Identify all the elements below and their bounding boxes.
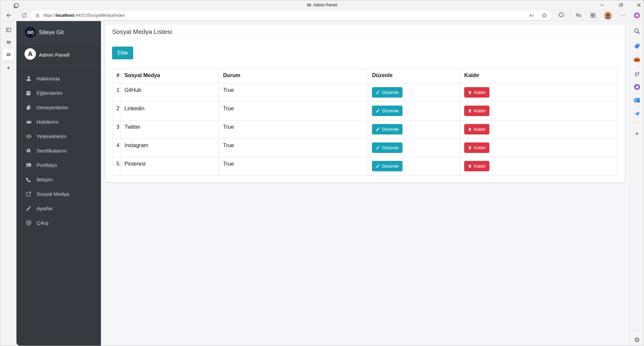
cell-edit: Düzenle bbox=[368, 157, 460, 176]
edit-button-label: Düzenle bbox=[382, 145, 399, 150]
remove-button[interactable]: Kaldır bbox=[464, 106, 489, 116]
sidebar-item-pencil[interactable]: Ayarlar bbox=[16, 201, 101, 216]
m365-icon[interactable] bbox=[633, 82, 641, 91]
sidebar-item-label: Hobilerim bbox=[37, 119, 58, 125]
sidebar-item-user[interactable]: Hakkımda bbox=[16, 71, 101, 86]
col-header-no: # bbox=[112, 69, 120, 83]
outlook-icon[interactable] bbox=[633, 96, 641, 105]
book-icon bbox=[26, 90, 33, 96]
go-logo: GO bbox=[25, 27, 36, 38]
trash-icon bbox=[468, 146, 472, 150]
vertical-tabs-icon[interactable] bbox=[4, 26, 12, 34]
more-icon[interactable] bbox=[618, 11, 628, 20]
brand-label: Siteye Git bbox=[39, 21, 64, 44]
signout-icon bbox=[26, 220, 33, 226]
remove-button-label: Kaldır bbox=[474, 90, 486, 95]
minimize-button[interactable] bbox=[595, 0, 609, 10]
new-tab-button[interactable]: + bbox=[4, 64, 12, 72]
code-icon bbox=[26, 133, 33, 139]
toolbox-icon[interactable] bbox=[633, 55, 641, 64]
refresh-icon[interactable] bbox=[19, 11, 29, 20]
add-button[interactable]: Ekle bbox=[112, 47, 133, 59]
favorite-star-icon[interactable] bbox=[541, 12, 547, 19]
sidebar-item-label: Çıkış bbox=[37, 220, 48, 226]
edit-button[interactable]: Düzenle bbox=[372, 142, 402, 153]
edit-button[interactable]: Düzenle bbox=[372, 106, 402, 116]
copilot-icon[interactable] bbox=[632, 11, 642, 20]
restore-button[interactable] bbox=[613, 0, 628, 10]
title-bar: CV Admin Paneli bbox=[0, 0, 644, 10]
user-name: Admin Paneli bbox=[39, 44, 69, 66]
shopping-icon[interactable] bbox=[633, 42, 641, 50]
window-title: CV Admin Paneli bbox=[0, 0, 644, 10]
sidebar-item-label: Deneyimlerim bbox=[37, 105, 68, 111]
pencil-icon bbox=[376, 127, 380, 131]
lock-icon[interactable] bbox=[35, 12, 41, 18]
tab-favicon: CV bbox=[6, 40, 10, 45]
pencil-icon bbox=[26, 206, 33, 212]
close-button[interactable] bbox=[632, 0, 644, 10]
share-icon bbox=[26, 191, 33, 197]
remove-button-label: Kaldır bbox=[474, 108, 486, 113]
apps-grid-icon[interactable] bbox=[588, 11, 598, 20]
sidebar-item-images[interactable]: Portfolyo bbox=[16, 158, 101, 172]
brand-bar[interactable]: GO Siteye Git bbox=[16, 21, 101, 44]
sidebar-item-label: İletişim bbox=[37, 177, 53, 183]
remove-button[interactable]: Kaldır bbox=[464, 87, 489, 98]
address-bar[interactable]: https://localhost:44372/SosyalMedya/Inde… bbox=[30, 10, 552, 20]
tab-inactive[interactable]: CV bbox=[4, 38, 12, 46]
tab-active[interactable]: CV bbox=[2, 49, 14, 61]
pencil-icon bbox=[376, 164, 380, 168]
cell-no: 2 bbox=[112, 102, 120, 120]
sidebar-item-share[interactable]: Sosyal Medya bbox=[16, 187, 101, 201]
browser-toolbar: https://localhost:44372/SosyalMedya/Inde… bbox=[0, 10, 644, 21]
vertical-tab-strip: CV CV + bbox=[0, 21, 16, 346]
sidebar-item-label: Hakkımda bbox=[37, 76, 60, 82]
sidebar-item-gamepad[interactable]: Hobilerim bbox=[16, 115, 101, 129]
edit-button-label: Düzenle bbox=[382, 127, 399, 132]
sidebar-item-copy[interactable]: Deneyimlerim bbox=[16, 100, 101, 115]
games-icon[interactable] bbox=[633, 69, 641, 78]
sidebar-item-label: Portfolyo bbox=[37, 162, 57, 168]
gamepad-icon bbox=[26, 119, 33, 125]
profile-avatar[interactable] bbox=[603, 11, 612, 20]
sidebar-item-code[interactable]: Yeteneklerim bbox=[16, 129, 101, 143]
url-text[interactable]: https://localhost:44372/SosyalMedya/Inde… bbox=[43, 13, 125, 18]
gear-icon[interactable]: ⚙ bbox=[633, 335, 641, 344]
sidebar-item-signout[interactable]: Çıkış bbox=[16, 216, 101, 230]
page-content: Sosyal Medya Listesi Ekle # Sosyal Medya… bbox=[101, 21, 630, 346]
pencil-icon bbox=[376, 90, 380, 95]
paper-plane-icon[interactable] bbox=[633, 109, 641, 118]
edit-button[interactable]: Düzenle bbox=[372, 161, 402, 171]
remove-button[interactable]: Kaldır bbox=[464, 161, 489, 171]
web-content: GO Siteye Git A Admin Paneli HakkımdaEği… bbox=[16, 21, 630, 346]
copy-icon bbox=[26, 105, 33, 111]
browser-window: CV Admin Paneli https://localhost:44372/… bbox=[0, 0, 644, 346]
edit-button[interactable]: Düzenle bbox=[372, 124, 402, 134]
cell-status: True bbox=[219, 139, 368, 157]
remove-button[interactable]: Kaldır bbox=[464, 124, 489, 134]
cell-no: 4 bbox=[112, 139, 120, 157]
rail-add-button[interactable]: + bbox=[633, 129, 641, 138]
sidebar-item-certificate[interactable]: Sertifikalarım bbox=[16, 143, 101, 158]
extensions-icon[interactable] bbox=[557, 11, 566, 20]
read-aloud-icon[interactable]: A bbox=[529, 12, 535, 19]
remove-button-label: Kaldır bbox=[474, 164, 486, 169]
table-header-row: # Sosyal Medya Durum Düzenle Kaldır bbox=[112, 69, 617, 83]
edit-button-label: Düzenle bbox=[382, 90, 399, 95]
toolbar-divider bbox=[570, 13, 570, 19]
cell-status: True bbox=[219, 157, 368, 176]
sidebar-item-phone[interactable]: İletişim bbox=[16, 172, 101, 187]
app-sidebar: GO Siteye Git A Admin Paneli HakkımdaEği… bbox=[16, 21, 101, 346]
col-header-name: Sosyal Medya bbox=[120, 69, 219, 83]
search-icon[interactable] bbox=[633, 27, 641, 36]
back-icon[interactable] bbox=[4, 11, 14, 20]
table-row: 4InstagramTrueDüzenleKaldır bbox=[112, 139, 617, 157]
sidebar-item-book[interactable]: Eğitimlerim bbox=[16, 86, 101, 100]
remove-button[interactable]: Kaldır bbox=[464, 142, 489, 153]
collections-icon[interactable] bbox=[574, 11, 583, 20]
edit-button[interactable]: Düzenle bbox=[372, 87, 402, 98]
cell-name: Pinterest bbox=[120, 157, 219, 176]
cell-remove: Kaldır bbox=[460, 120, 617, 139]
pencil-icon bbox=[376, 109, 380, 113]
